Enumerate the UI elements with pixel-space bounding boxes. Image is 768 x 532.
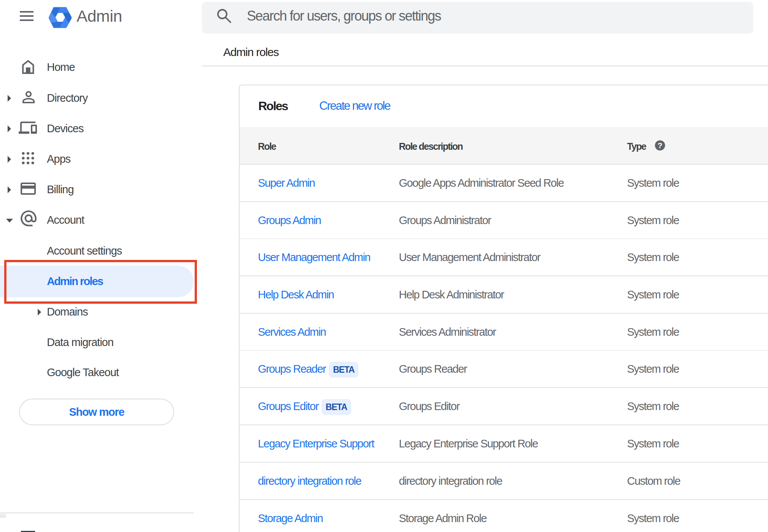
svg-text:?: ? [658, 141, 662, 150]
